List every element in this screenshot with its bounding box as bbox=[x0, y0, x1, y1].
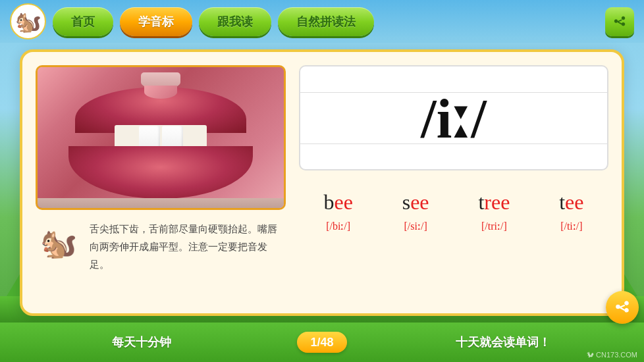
natural-spelling-button[interactable]: 自然拼读法 bbox=[278, 7, 374, 36]
phonetic-bee: [/biː/] bbox=[326, 220, 350, 232]
svg-line-1 bbox=[618, 22, 622, 24]
bottom-bar: 每天十分钟 1/48 十天就会读单词！ 🐿 CN173.COM bbox=[0, 323, 644, 362]
phonetics-button[interactable]: 学音标 bbox=[120, 7, 192, 36]
info-section: 🐿️ 舌尖抵下齿，舌前部尽量向硬颚抬起。嘴唇向两旁伸开成扁平型。注意一定要把音发… bbox=[36, 220, 286, 300]
word-see-red: ee bbox=[410, 190, 429, 214]
watermark: 🐿 CN173.COM bbox=[587, 351, 637, 359]
word-item-bee[interactable]: bee [/biː/] bbox=[323, 190, 352, 232]
right-panel: /iː/ bee [/biː/] see [/siː/] tree bbox=[299, 65, 608, 300]
share-float-button[interactable] bbox=[606, 291, 639, 324]
navbar: 🐿️ 首页 学音标 跟我读 自然拼读法 bbox=[0, 0, 644, 43]
home-button[interactable]: 首页 bbox=[53, 7, 113, 36]
bottom-center: 1/48 bbox=[282, 336, 362, 349]
share-icon bbox=[612, 14, 627, 29]
svg-line-3 bbox=[620, 307, 625, 310]
word-text-tee: tee bbox=[559, 190, 583, 215]
phonetic-tee: [/tiː/] bbox=[560, 220, 582, 232]
mascot-icon: 🐿️ bbox=[36, 220, 82, 266]
word-bee-normal: b bbox=[323, 190, 334, 214]
phonetic-symbol-box: /iː/ bbox=[299, 65, 608, 170]
description-text: 舌尖抵下齿，舌前部尽量向硬颚抬起。嘴唇向两旁伸开成扁平型。注意一定要把音发足。 bbox=[90, 220, 286, 273]
words-section: bee [/biː/] see [/siː/] tree [/triː/] bbox=[299, 184, 608, 300]
squirrel-logo-icon: 🐿️ bbox=[15, 9, 41, 34]
word-text-see: see bbox=[402, 190, 429, 215]
share-float-icon bbox=[614, 299, 631, 316]
main-card: 🐿️ 舌尖抵下齿，舌前部尽量向硬颚抬起。嘴唇向两旁伸开成扁平型。注意一定要把音发… bbox=[20, 49, 624, 316]
word-tree-red: ree bbox=[484, 190, 510, 214]
bottom-left-text: 每天十分钟 bbox=[0, 334, 282, 350]
bottom-right-text: 十天就会读单词！ bbox=[362, 334, 644, 350]
phonetic-tree: [/triː/] bbox=[481, 220, 507, 232]
watermark-text: 🐿 CN173.COM bbox=[587, 351, 637, 359]
word-bee-red: ee bbox=[334, 190, 352, 214]
word-text-bee: bee bbox=[323, 190, 352, 215]
word-item-tree[interactable]: tree [/triː/] bbox=[478, 190, 510, 232]
mouth-image bbox=[36, 65, 286, 210]
word-text-tree: tree bbox=[478, 190, 510, 215]
word-see-normal: s bbox=[402, 190, 410, 214]
page-indicator[interactable]: 1/48 bbox=[297, 332, 346, 353]
word-tee-red: ee bbox=[565, 190, 583, 214]
word-item-see[interactable]: see [/siː/] bbox=[402, 190, 429, 232]
follow-read-button[interactable]: 跟我读 bbox=[199, 7, 271, 36]
word-tree-normal: t bbox=[478, 190, 484, 214]
word-tee-normal: t bbox=[559, 190, 565, 214]
word-item-tee[interactable]: tee [/tiː/] bbox=[559, 190, 583, 232]
logo: 🐿️ bbox=[10, 3, 46, 39]
left-panel: 🐿️ 舌尖抵下齿，舌前部尽量向硬颚抬起。嘴唇向两旁伸开成扁平型。注意一定要把音发… bbox=[36, 65, 286, 300]
phonetic-symbol: /iː/ bbox=[421, 86, 487, 151]
phonetic-see: [/siː/] bbox=[404, 220, 427, 232]
share-button[interactable] bbox=[605, 7, 634, 36]
